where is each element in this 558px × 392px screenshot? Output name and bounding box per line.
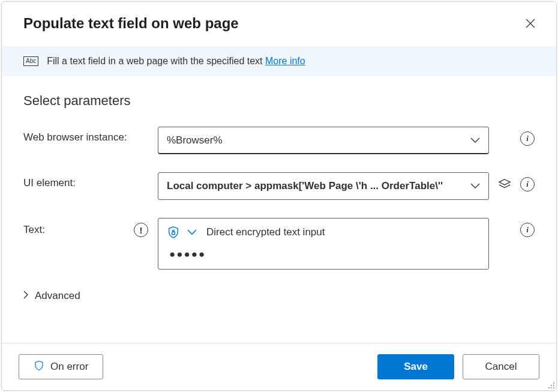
browser-label: Web browser instance: (23, 127, 148, 143)
ui-element-label: UI element: (23, 172, 148, 189)
info-banner: Abc Fill a text field in a web page with… (2, 46, 556, 76)
dialog-header: Populate text field on web page (2, 2, 556, 46)
text-info-icon[interactable]: i (520, 223, 535, 237)
ui-element-dropdown-value: Local computer > appmask['Web Page \'h .… (167, 180, 443, 192)
svg-point-6 (553, 385, 554, 386)
dialog-populate-text-field: Populate text field on web page Abc Fill… (1, 1, 557, 391)
layers-icon[interactable] (497, 177, 512, 191)
text-mode-label: Direct encrypted text input (206, 226, 325, 238)
text-label: Text: ! (23, 218, 148, 237)
svg-point-5 (551, 385, 552, 386)
chevron-down-icon (187, 227, 197, 238)
form-row-browser: Web browser instance: %Browser% i (23, 127, 535, 154)
text-mode-selector[interactable]: Direct encrypted text input (167, 226, 480, 239)
dialog-title: Populate text field on web page (23, 15, 239, 32)
advanced-label: Advanced (35, 290, 80, 302)
dialog-footer: On error Save Cancel (2, 343, 556, 390)
browser-info-icon[interactable]: i (520, 131, 535, 146)
svg-point-4 (553, 382, 554, 384)
chevron-down-icon (470, 134, 480, 146)
browser-dropdown[interactable]: %Browser% (158, 127, 489, 154)
svg-point-7 (548, 387, 550, 388)
more-info-link[interactable]: More info (265, 56, 305, 66)
cancel-button[interactable]: Cancel (463, 354, 539, 379)
on-error-button[interactable]: On error (19, 354, 103, 379)
svg-point-9 (553, 387, 554, 388)
save-button[interactable]: Save (377, 354, 454, 379)
advanced-toggle[interactable]: Advanced (23, 288, 535, 304)
form-row-text: Text: ! (23, 218, 535, 270)
ui-element-dropdown[interactable]: Local computer > appmask['Web Page \'h .… (158, 172, 489, 200)
ui-element-info-icon[interactable]: i (520, 177, 535, 191)
close-icon (526, 19, 535, 28)
abc-icon: Abc (23, 56, 38, 66)
lock-shield-icon (167, 226, 180, 239)
form-row-ui-element: UI element: Local computer > appmask['We… (23, 172, 535, 200)
chevron-right-icon (23, 290, 29, 302)
encrypted-text-value[interactable]: ●●●●● (167, 249, 480, 261)
text-input-box[interactable]: Direct encrypted text input ●●●●● (158, 218, 489, 270)
resize-handle-icon[interactable] (547, 381, 555, 389)
warning-icon[interactable]: ! (134, 223, 148, 237)
svg-marker-2 (499, 179, 510, 185)
shield-icon (34, 360, 44, 375)
svg-point-8 (551, 387, 552, 388)
svg-rect-3 (172, 232, 175, 235)
section-title: Select parameters (23, 93, 535, 109)
browser-dropdown-value: %Browser% (167, 134, 223, 146)
chevron-down-icon (470, 180, 480, 192)
close-button[interactable] (524, 17, 537, 30)
dialog-content: Select parameters Web browser instance: … (2, 76, 556, 343)
banner-text: Fill a text field in a web page with the… (47, 56, 305, 67)
on-error-label: On error (50, 361, 88, 373)
